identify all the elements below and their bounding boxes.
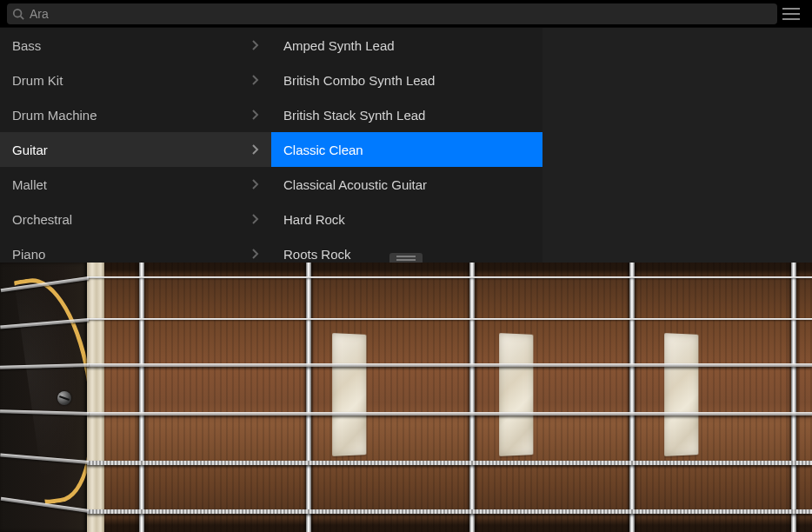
category-label: Orchestral xyxy=(12,212,252,227)
preset-label: Classical Acoustic Guitar xyxy=(283,177,530,192)
category-label: Bass xyxy=(12,38,252,53)
category-item[interactable]: Guitar xyxy=(0,132,271,167)
svg-rect-4 xyxy=(782,18,800,20)
chevron-right-icon xyxy=(252,212,259,227)
fret-inlay xyxy=(664,333,698,456)
drag-handle-icon[interactable] xyxy=(389,253,423,263)
preset-item[interactable]: British Combo Synth Lead xyxy=(271,63,542,97)
sound-browser: BassDrum KitDrum MachineGuitarMalletOrch… xyxy=(0,28,812,263)
search-icon xyxy=(12,8,24,20)
svg-rect-2 xyxy=(782,8,800,10)
preset-item[interactable]: British Stack Synth Lead xyxy=(271,97,542,132)
fingerboard[interactable] xyxy=(104,263,812,532)
category-item[interactable]: Piano xyxy=(0,236,271,263)
category-column: BassDrum KitDrum MachineGuitarMalletOrch… xyxy=(0,28,271,263)
guitar-string[interactable] xyxy=(87,412,812,416)
chevron-right-icon xyxy=(252,247,259,262)
preset-item[interactable]: Amped Synth Lead xyxy=(271,28,542,63)
svg-rect-3 xyxy=(782,13,800,15)
preset-label: Amped Synth Lead xyxy=(283,38,530,53)
chevron-right-icon xyxy=(252,73,259,88)
guitar-string[interactable] xyxy=(87,509,812,514)
detail-column xyxy=(542,28,812,263)
preset-label: Hard Rock xyxy=(283,212,530,227)
guitar-string[interactable] xyxy=(87,363,812,367)
search-placeholder: Ara xyxy=(30,7,49,21)
guitar-string[interactable] xyxy=(87,318,812,320)
svg-point-0 xyxy=(14,9,22,17)
category-label: Piano xyxy=(12,247,252,262)
preset-item[interactable]: Classical Acoustic Guitar xyxy=(271,167,542,202)
guitar-string[interactable] xyxy=(87,276,812,278)
category-item[interactable]: Mallet xyxy=(0,167,271,202)
fret-inlay xyxy=(332,333,366,456)
category-label: Drum Kit xyxy=(12,73,252,88)
preset-label: British Combo Synth Lead xyxy=(283,73,530,88)
preset-item[interactable]: Hard Rock xyxy=(271,202,542,236)
svg-rect-6 xyxy=(396,259,416,261)
preset-label: British Stack Synth Lead xyxy=(283,108,530,123)
top-bar: Ara xyxy=(0,0,812,28)
preset-label: Classic Clean xyxy=(283,143,530,157)
svg-rect-5 xyxy=(396,256,416,257)
category-item[interactable]: Orchestral xyxy=(0,202,271,236)
chevron-right-icon xyxy=(252,108,259,123)
fret-inlay xyxy=(499,333,533,456)
category-label: Guitar xyxy=(12,143,252,157)
headstock xyxy=(0,263,87,532)
nut xyxy=(87,263,104,532)
category-label: Mallet xyxy=(12,177,252,192)
svg-line-1 xyxy=(21,16,24,19)
preset-item[interactable]: Classic Clean xyxy=(271,132,542,167)
fret-wire xyxy=(629,263,635,532)
chevron-right-icon xyxy=(252,38,259,53)
preset-column: Amped Synth LeadBritish Combo Synth Lead… xyxy=(271,28,542,263)
fret-wire xyxy=(791,263,796,532)
category-label: Drum Machine xyxy=(12,108,252,123)
category-item[interactable]: Bass xyxy=(0,28,271,63)
chevron-right-icon xyxy=(252,177,259,192)
fret-wire xyxy=(469,263,475,532)
guitar-fretboard[interactable] xyxy=(0,263,812,532)
guitar-string[interactable] xyxy=(87,461,812,465)
fret-wire xyxy=(139,263,144,532)
fret-wire xyxy=(306,263,311,532)
category-item[interactable]: Drum Kit xyxy=(0,63,271,97)
truss-rod-screw xyxy=(57,391,71,405)
menu-icon[interactable] xyxy=(777,8,805,20)
search-input[interactable]: Ara xyxy=(7,3,777,24)
chevron-right-icon xyxy=(252,143,259,157)
category-item[interactable]: Drum Machine xyxy=(0,97,271,132)
